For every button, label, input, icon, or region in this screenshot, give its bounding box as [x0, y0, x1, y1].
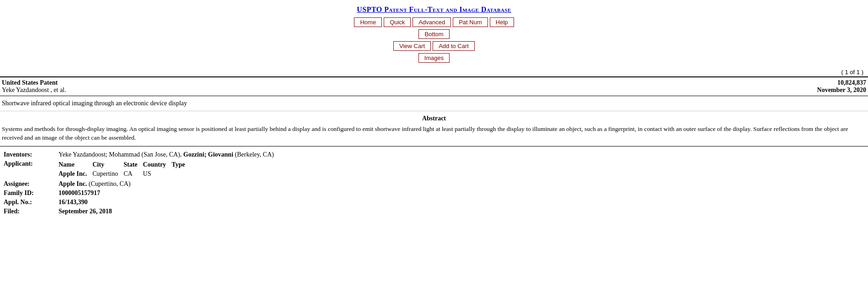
inventors-name2: Gozzini; Giovanni — [183, 151, 235, 158]
appl-no-row: Appl. No.: 16/143,390 — [2, 198, 866, 207]
applicant-label: Applicant: — [2, 159, 57, 179]
applicant-value: Name City State Country Type Apple Inc. … — [57, 159, 866, 179]
family-id-value: 1000005157917 — [57, 189, 866, 198]
home-button[interactable]: Home — [354, 17, 382, 27]
inventors-row: Inventors: Yeke Yazdandoost; Mohammad (S… — [2, 150, 866, 159]
patent-header-row: United States Patent Yeke Yazdandoost , … — [0, 76, 868, 96]
inventors-loc2: (Berkeley, CA) — [235, 151, 274, 158]
appl-no-value: 16/143,390 — [57, 198, 866, 207]
pat-num-button[interactable]: Pat Num — [453, 17, 488, 27]
patent-number: 10,824,837 — [837, 79, 866, 87]
applicant-name: Apple Inc. — [59, 169, 92, 179]
appl-no-label: Appl. No.: — [2, 198, 57, 207]
pagination-info: ( 1 of 1 ) — [0, 69, 868, 76]
applicant-col-state: State — [123, 161, 143, 169]
patent-title: Shortwave infrared optical imaging throu… — [0, 96, 868, 111]
family-id-row: Family ID: 1000005157917 — [2, 189, 866, 198]
applicant-col-type: Type — [171, 161, 190, 169]
inventors-value: Yeke Yazdandoost; Mohammad (San Jose, CA… — [57, 150, 866, 159]
details-table: Inventors: Yeke Yazdandoost; Mohammad (S… — [2, 150, 866, 216]
patent-type: United States Patent — [2, 79, 66, 87]
inventors-label: Inventors: — [2, 150, 57, 159]
applicant-table: Name City State Country Type Apple Inc. … — [59, 161, 190, 179]
nav-row-2: Bottom — [0, 29, 868, 39]
applicant-country: US — [143, 169, 172, 179]
abstract-text: Systems and methods for through-display … — [2, 125, 866, 142]
patent-left-info: United States Patent Yeke Yazdandoost , … — [2, 79, 66, 94]
inventors-loc1: (San Jose, CA), — [141, 151, 183, 158]
applicant-data-row: Apple Inc. Cupertino CA US — [59, 169, 190, 179]
filed-value: September 26, 2018 — [57, 207, 866, 216]
assignee-value: Apple Inc. (Cupertino, CA) — [57, 179, 866, 189]
abstract-heading: Abstract — [2, 115, 866, 122]
nav-row-1: Home Quick Advanced Pat Num Help — [0, 17, 868, 27]
applicant-row: Applicant: Name City State Country Type — [2, 159, 866, 179]
bottom-button[interactable]: Bottom — [418, 29, 449, 39]
assignee-location: (Cupertino, CA) — [89, 180, 131, 187]
filed-row: Filed: September 26, 2018 — [2, 207, 866, 216]
patent-inventor-line: Yeke Yazdandoost , et al. — [2, 87, 66, 94]
assignee-name: Apple Inc. — [59, 180, 89, 187]
inventors-name1: Yeke Yazdandoost; Mohammad — [59, 151, 141, 158]
details-section: Inventors: Yeke Yazdandoost; Mohammad (S… — [0, 146, 868, 220]
site-title[interactable]: USPTO Patent Full-Text and Image Databas… — [357, 5, 511, 14]
patent-date: November 3, 2020 — [817, 87, 866, 94]
applicant-type — [171, 169, 190, 179]
assignee-label: Assignee: — [2, 179, 57, 189]
applicant-col-city: City — [92, 161, 123, 169]
add-to-cart-button[interactable]: Add to Cart — [433, 41, 475, 51]
pagination-text: ( 1 of 1 ) — [841, 69, 863, 76]
help-button[interactable]: Help — [490, 17, 514, 27]
applicant-col-country: Country — [143, 161, 172, 169]
applicant-col-name: Name — [59, 161, 92, 169]
advanced-button[interactable]: Advanced — [413, 17, 451, 27]
view-cart-button[interactable]: View Cart — [393, 41, 431, 51]
page-header: USPTO Patent Full-Text and Image Databas… — [0, 0, 868, 69]
applicant-header-row: Name City State Country Type — [59, 161, 190, 169]
images-button[interactable]: Images — [418, 53, 450, 63]
applicant-city: Cupertino — [92, 169, 123, 179]
patent-right-info: 10,824,837 November 3, 2020 — [817, 79, 866, 94]
nav-row-4: Images — [0, 53, 868, 63]
abstract-section: Abstract Systems and methods for through… — [0, 111, 868, 146]
quick-button[interactable]: Quick — [384, 17, 411, 27]
nav-row-3: View Cart Add to Cart — [0, 41, 868, 51]
applicant-state: CA — [123, 169, 143, 179]
filed-label: Filed: — [2, 207, 57, 216]
assignee-row: Assignee: Apple Inc. (Cupertino, CA) — [2, 179, 866, 189]
family-id-label: Family ID: — [2, 189, 57, 198]
